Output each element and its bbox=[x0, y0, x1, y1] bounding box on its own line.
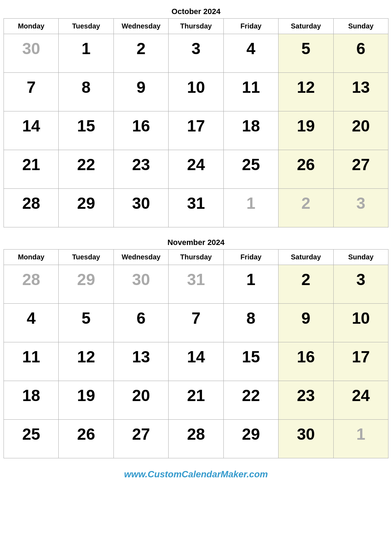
calendar-day[interactable]: 1 bbox=[223, 189, 278, 227]
calendar-row: 28293031123 bbox=[4, 189, 388, 227]
calendar-day[interactable]: 2 bbox=[113, 34, 168, 73]
calendar-wrapper: October 2024 Monday Tuesday Wednesday Th… bbox=[4, 7, 388, 480]
calendar-day[interactable]: 8 bbox=[223, 304, 278, 342]
calendar-day[interactable]: 15 bbox=[59, 111, 113, 150]
col-header-tuesday: Tuesday bbox=[59, 19, 113, 34]
calendar-day[interactable]: 6 bbox=[113, 304, 168, 342]
footer-link[interactable]: www.CustomCalendarMaker.com bbox=[4, 469, 388, 480]
calendar-day[interactable]: 17 bbox=[169, 111, 223, 150]
calendar-row: 11121314151617 bbox=[4, 342, 388, 381]
calendar-day[interactable]: 29 bbox=[59, 189, 113, 227]
calendar-day[interactable]: 2 bbox=[279, 189, 333, 227]
calendar-row: 2526272829301 bbox=[4, 420, 388, 458]
calendar-day[interactable]: 29 bbox=[223, 420, 278, 458]
calendar-day[interactable]: 30 bbox=[113, 265, 168, 304]
calendar-day[interactable]: 23 bbox=[113, 150, 168, 189]
col-header-thursday: Thursday bbox=[169, 250, 223, 265]
calendar-day[interactable]: 1 bbox=[333, 420, 388, 458]
calendar-day[interactable]: 31 bbox=[169, 265, 223, 304]
calendar-day[interactable]: 11 bbox=[4, 342, 59, 381]
november-title: November 2024 bbox=[4, 238, 388, 247]
calendar-day[interactable]: 30 bbox=[113, 189, 168, 227]
calendar-day[interactable]: 9 bbox=[279, 304, 333, 342]
calendar-day[interactable]: 16 bbox=[113, 111, 168, 150]
calendar-row: 14151617181920 bbox=[4, 111, 388, 150]
calendar-day[interactable]: 28 bbox=[4, 265, 59, 304]
november-calendar: Monday Tuesday Wednesday Thursday Friday… bbox=[4, 249, 388, 458]
calendar-day[interactable]: 20 bbox=[113, 381, 168, 420]
col-header-wednesday: Wednesday bbox=[113, 250, 168, 265]
calendar-day[interactable]: 26 bbox=[279, 150, 333, 189]
col-header-wednesday: Wednesday bbox=[113, 19, 168, 34]
calendar-day[interactable]: 11 bbox=[223, 73, 278, 111]
november-header-row: Monday Tuesday Wednesday Thursday Friday… bbox=[4, 250, 388, 265]
calendar-day[interactable]: 14 bbox=[169, 342, 223, 381]
calendar-day[interactable]: 27 bbox=[113, 420, 168, 458]
calendar-day[interactable]: 18 bbox=[223, 111, 278, 150]
calendar-day[interactable]: 21 bbox=[4, 150, 59, 189]
col-header-monday: Monday bbox=[4, 19, 59, 34]
col-header-saturday: Saturday bbox=[279, 19, 333, 34]
calendar-day[interactable]: 4 bbox=[223, 34, 278, 73]
calendar-day[interactable]: 24 bbox=[169, 150, 223, 189]
calendar-day[interactable]: 5 bbox=[279, 34, 333, 73]
calendar-day[interactable]: 10 bbox=[169, 73, 223, 111]
calendar-day[interactable]: 3 bbox=[169, 34, 223, 73]
calendar-day[interactable]: 4 bbox=[4, 304, 59, 342]
calendar-day[interactable]: 10 bbox=[333, 304, 388, 342]
calendar-day[interactable]: 22 bbox=[59, 150, 113, 189]
calendar-row: 45678910 bbox=[4, 304, 388, 342]
calendar-day[interactable]: 20 bbox=[333, 111, 388, 150]
calendar-day[interactable]: 24 bbox=[333, 381, 388, 420]
calendar-day[interactable]: 16 bbox=[279, 342, 333, 381]
calendar-day[interactable]: 1 bbox=[223, 265, 278, 304]
calendar-day[interactable]: 13 bbox=[113, 342, 168, 381]
calendar-row: 78910111213 bbox=[4, 73, 388, 111]
calendar-day[interactable]: 8 bbox=[59, 73, 113, 111]
calendar-day[interactable]: 5 bbox=[59, 304, 113, 342]
calendar-day[interactable]: 19 bbox=[59, 381, 113, 420]
calendar-day[interactable]: 9 bbox=[113, 73, 168, 111]
october-calendar: Monday Tuesday Wednesday Thursday Friday… bbox=[4, 18, 388, 227]
calendar-day[interactable]: 7 bbox=[169, 304, 223, 342]
col-header-sunday: Sunday bbox=[333, 19, 388, 34]
calendar-day[interactable]: 30 bbox=[4, 34, 59, 73]
calendar-row: 30123456 bbox=[4, 34, 388, 73]
calendar-day[interactable]: 23 bbox=[279, 381, 333, 420]
calendar-row: 21222324252627 bbox=[4, 150, 388, 189]
calendar-day[interactable]: 18 bbox=[4, 381, 59, 420]
calendar-day[interactable]: 13 bbox=[333, 73, 388, 111]
calendar-day[interactable]: 25 bbox=[4, 420, 59, 458]
calendar-day[interactable]: 22 bbox=[223, 381, 278, 420]
october-title: October 2024 bbox=[4, 7, 388, 16]
calendar-day[interactable]: 3 bbox=[333, 189, 388, 227]
calendar-day[interactable]: 17 bbox=[333, 342, 388, 381]
calendar-day[interactable]: 1 bbox=[59, 34, 113, 73]
col-header-tuesday: Tuesday bbox=[59, 250, 113, 265]
calendar-day[interactable]: 15 bbox=[223, 342, 278, 381]
col-header-friday: Friday bbox=[223, 250, 278, 265]
calendar-day[interactable]: 3 bbox=[333, 265, 388, 304]
col-header-monday: Monday bbox=[4, 250, 59, 265]
calendar-day[interactable]: 26 bbox=[59, 420, 113, 458]
calendar-day[interactable]: 19 bbox=[279, 111, 333, 150]
calendar-day[interactable]: 29 bbox=[59, 265, 113, 304]
calendar-day[interactable]: 14 bbox=[4, 111, 59, 150]
calendar-day[interactable]: 28 bbox=[4, 189, 59, 227]
calendar-day[interactable]: 30 bbox=[279, 420, 333, 458]
october-header-row: Monday Tuesday Wednesday Thursday Friday… bbox=[4, 19, 388, 34]
calendar-day[interactable]: 12 bbox=[59, 342, 113, 381]
calendar-day[interactable]: 21 bbox=[169, 381, 223, 420]
col-header-sunday: Sunday bbox=[333, 250, 388, 265]
calendar-day[interactable]: 2 bbox=[279, 265, 333, 304]
calendar-day[interactable]: 31 bbox=[169, 189, 223, 227]
calendar-row: 28293031123 bbox=[4, 265, 388, 304]
calendar-row: 18192021222324 bbox=[4, 381, 388, 420]
calendar-day[interactable]: 27 bbox=[333, 150, 388, 189]
calendar-day[interactable]: 7 bbox=[4, 73, 59, 111]
calendar-day[interactable]: 25 bbox=[223, 150, 278, 189]
col-header-saturday: Saturday bbox=[279, 250, 333, 265]
calendar-day[interactable]: 6 bbox=[333, 34, 388, 73]
calendar-day[interactable]: 12 bbox=[279, 73, 333, 111]
calendar-day[interactable]: 28 bbox=[169, 420, 223, 458]
